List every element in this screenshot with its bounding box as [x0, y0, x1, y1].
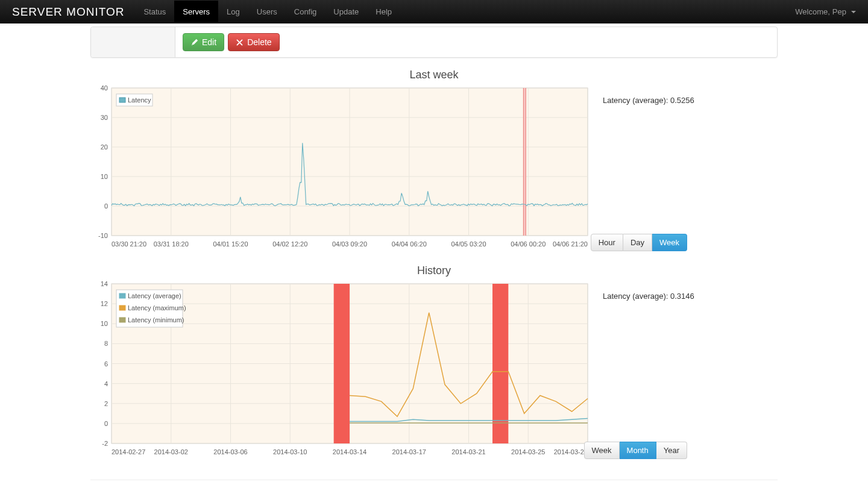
chart-history-range-buttons: WeekMonthYear [584, 442, 687, 459]
chart-week-avg-label: Latency (average): 0.5256 [603, 96, 778, 105]
footer: Powered by PHP Server Monitor v3.0.0. Ba… [90, 480, 778, 485]
svg-text:2014-03-14: 2014-03-14 [333, 448, 366, 455]
edit-icon [190, 39, 198, 46]
user-menu[interactable]: Welcome, Pep [795, 7, 856, 16]
nav-item-help[interactable]: Help [367, 1, 400, 23]
svg-text:Latency (minimum): Latency (minimum) [128, 316, 184, 324]
svg-text:04/01 15:20: 04/01 15:20 [213, 240, 248, 248]
edit-button-label: Edit [202, 37, 216, 47]
chart-week-range-buttons: HourDayWeek [591, 234, 687, 251]
chart-history-avg-label: Latency (average): 0.3146 [603, 292, 778, 301]
range-button-month[interactable]: Month [620, 442, 656, 459]
range-button-year[interactable]: Year [656, 442, 687, 459]
svg-text:2014-02-27: 2014-02-27 [112, 448, 145, 455]
server-actions-panel: Edit Delete [90, 27, 778, 58]
nav-item-config[interactable]: Config [286, 1, 326, 23]
svg-text:2014-03-29: 2014-03-29 [554, 448, 588, 455]
svg-text:03/30 21:20: 03/30 21:20 [112, 240, 146, 248]
svg-text:2014-03-25: 2014-03-25 [511, 448, 545, 455]
nav-item-status[interactable]: Status [135, 1, 174, 23]
chart-week-plot: -1001020304003/30 21:2003/31 18:2004/01 … [90, 85, 591, 254]
server-panel-sidebar [91, 27, 175, 57]
user-welcome-prefix: Welcome, [795, 7, 830, 16]
nav-item-update[interactable]: Update [325, 1, 367, 23]
svg-rect-75 [492, 284, 508, 443]
delete-button[interactable]: Delete [228, 33, 279, 51]
svg-text:Latency: Latency [128, 96, 151, 104]
svg-text:10: 10 [101, 173, 108, 180]
svg-text:-10: -10 [98, 232, 108, 239]
svg-text:0: 0 [104, 202, 108, 210]
svg-rect-35 [119, 98, 125, 102]
chevron-down-icon [851, 11, 856, 13]
range-button-week[interactable]: Week [584, 442, 620, 459]
nav-item-servers[interactable]: Servers [174, 1, 218, 23]
svg-text:10: 10 [101, 320, 108, 327]
range-button-hour[interactable]: Hour [591, 234, 623, 251]
svg-text:Latency (maximum): Latency (maximum) [128, 304, 186, 311]
svg-text:04/04 06:20: 04/04 06:20 [392, 240, 427, 248]
chart-week: -1001020304003/30 21:2003/31 18:2004/01 … [90, 85, 778, 254]
svg-text:2014-03-17: 2014-03-17 [392, 448, 426, 455]
svg-rect-79 [119, 305, 125, 310]
svg-text:Latency (average): Latency (average) [128, 292, 181, 299]
user-name: Pep [832, 7, 846, 16]
chart-week-title: Last week [90, 69, 778, 81]
delete-button-label: Delete [247, 37, 271, 47]
nav-item-log[interactable]: Log [218, 1, 248, 23]
edit-button[interactable]: Edit [183, 33, 224, 51]
range-button-day[interactable]: Day [623, 234, 652, 251]
navbar: SERVER MONITOR StatusServersLogUsersConf… [0, 0, 868, 23]
svg-text:2014-03-06: 2014-03-06 [213, 448, 247, 455]
brand: SERVER MONITOR [12, 5, 124, 19]
svg-text:04/06 00:20: 04/06 00:20 [511, 240, 546, 248]
svg-rect-77 [119, 293, 125, 298]
svg-text:2014-03-10: 2014-03-10 [273, 448, 307, 455]
svg-text:0: 0 [104, 420, 108, 427]
svg-text:-2: -2 [102, 440, 108, 447]
chart-history: -2024681012142014-02-272014-03-022014-03… [90, 281, 778, 462]
chart-history-plot: -2024681012142014-02-272014-03-022014-03… [90, 281, 591, 462]
nav-items: StatusServersLogUsersConfigUpdateHelp [135, 1, 795, 23]
chart-history-title: History [90, 264, 778, 277]
svg-text:8: 8 [104, 340, 108, 347]
svg-text:12: 12 [101, 300, 108, 307]
nav-item-users[interactable]: Users [248, 1, 286, 23]
svg-text:30: 30 [101, 114, 108, 121]
svg-rect-81 [119, 318, 125, 322]
svg-text:4: 4 [104, 380, 108, 387]
svg-text:04/06 21:20: 04/06 21:20 [553, 240, 588, 248]
svg-rect-31 [523, 88, 526, 236]
svg-rect-74 [334, 284, 350, 443]
svg-text:6: 6 [104, 360, 108, 368]
svg-text:2014-03-21: 2014-03-21 [451, 448, 485, 455]
svg-text:2: 2 [104, 400, 108, 407]
range-button-week[interactable]: Week [652, 234, 687, 251]
svg-text:04/02 12:20: 04/02 12:20 [272, 240, 307, 248]
svg-text:04/03 09:20: 04/03 09:20 [332, 240, 367, 248]
svg-text:20: 20 [101, 143, 108, 151]
svg-text:40: 40 [101, 85, 108, 92]
svg-text:2014-03-02: 2014-03-02 [154, 448, 188, 455]
close-icon [236, 39, 244, 46]
svg-text:04/05 03:20: 04/05 03:20 [451, 240, 486, 248]
svg-text:14: 14 [101, 281, 108, 287]
svg-text:03/31 18:20: 03/31 18:20 [154, 240, 189, 248]
